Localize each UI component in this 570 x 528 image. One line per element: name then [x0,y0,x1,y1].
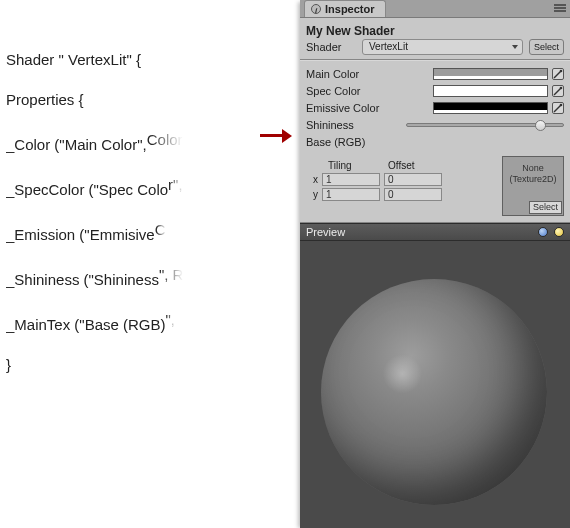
inspector-panel: Inspector My New Shader Shader VertexLit… [300,0,570,526]
shader-dropdown[interactable]: VertexLit [362,39,523,55]
offset-x-input[interactable] [384,173,442,186]
preview-label: Preview [306,226,345,238]
base-rgb-section: Tiling Offset x y None (Texture2D) [306,156,564,216]
prop-spec-color: Spec Color [306,83,564,99]
offset-y-input[interactable] [384,188,442,201]
material-name: My New Shader [306,20,564,39]
code-line: _Shininess ("Shininess", R [6,265,286,290]
texture-select-button[interactable]: Select [529,201,562,214]
code-fade: C [155,220,166,240]
panel-menu-icon[interactable] [554,3,566,13]
select-shader-button[interactable]: Select [529,39,564,55]
base-rgb-label: Base (RGB) [306,136,406,148]
slider-thumb[interactable] [535,120,546,131]
preview-header: Preview [300,223,570,241]
eyedropper-icon[interactable] [552,102,564,114]
inspector-tab[interactable]: Inspector [304,0,386,17]
texture-type-label: (Texture2D) [509,174,556,184]
preview-mode-shaded-icon[interactable] [538,227,548,237]
svg-line-4 [554,105,561,112]
shader-value: VertexLit [369,41,408,52]
prop-shininess: Shininess [306,117,564,133]
arrow-head [282,129,292,143]
preview-sphere [321,279,547,505]
code-text: _MainTex ("Base (RGB) [6,316,166,333]
tiling-grid: Tiling Offset x y [306,156,494,216]
code-fade: Color [147,130,183,150]
texture-slot[interactable]: None (Texture2D) Select [502,156,564,216]
arrow-shaft [260,134,284,137]
svg-line-2 [554,88,561,95]
tiling-row-x: x [306,172,494,186]
eyedropper-icon[interactable] [552,85,564,97]
code-line: Shader " VertexLit" { [6,50,286,70]
code-text: _Shininess ("Shininess [6,271,159,288]
prop-emissive-color: Emissive Color [306,100,564,116]
offset-header: Offset [388,160,448,171]
info-icon [311,4,321,14]
svg-point-5 [560,104,563,107]
prop-main-color: Main Color [306,66,564,82]
code-text: _Emission ("Emmisive [6,226,155,243]
tiling-x-input[interactable] [322,173,380,186]
tiling-row-y: y [306,187,494,201]
code-line: } [6,355,286,375]
spec-color-swatch[interactable] [433,85,548,97]
prop-base-rgb: Base (RGB) [306,134,564,150]
axis-y-label: y [306,189,322,200]
material-header: My New Shader Shader VertexLit Select [300,18,570,60]
code-fade: ", [166,310,176,330]
tab-label: Inspector [325,1,375,18]
code-text: _Color ("Main Color", [6,136,147,153]
emissive-color-swatch[interactable] [433,102,548,114]
code-line: _Color ("Main Color", Color [6,130,286,155]
preview-mode-lit-icon[interactable] [554,227,564,237]
main-color-swatch[interactable] [433,68,548,80]
texture-none-label: None [522,163,544,173]
shader-row: Shader VertexLit Select [306,39,564,55]
chevron-down-icon [512,45,518,49]
tiling-y-input[interactable] [322,188,380,201]
svg-point-1 [560,70,563,73]
code-text: _SpecColor ("Spec Colo [6,181,168,198]
arrow-icon [260,129,292,143]
shininess-label: Shininess [306,119,406,131]
code-line: Properties { [6,90,286,110]
preview-canvas[interactable] [300,241,570,528]
tiling-header: Tiling [328,160,388,171]
axis-x-label: x [306,174,322,185]
svg-line-0 [554,71,561,78]
inspector-tab-bar: Inspector [300,0,570,18]
shader-code-block: Shader " VertexLit" { Properties { _Colo… [6,30,286,395]
main-color-label: Main Color [306,68,406,80]
code-line: _SpecColor ("Spec Color", [6,175,286,200]
emissive-color-label: Emissive Color [306,102,406,114]
code-line: _MainTex ("Base (RGB)", [6,310,286,335]
code-fade: ", R [159,265,184,285]
shininess-slider[interactable] [406,118,564,132]
code-fade: r", [168,175,183,195]
spec-color-label: Spec Color [306,85,406,97]
code-line: _Emission ("Emmisive C [6,220,286,245]
eyedropper-icon[interactable] [552,68,564,80]
svg-point-3 [560,87,563,90]
shader-label: Shader [306,41,356,53]
properties-section: Main Color Spec Color Emissive Color [300,60,570,223]
